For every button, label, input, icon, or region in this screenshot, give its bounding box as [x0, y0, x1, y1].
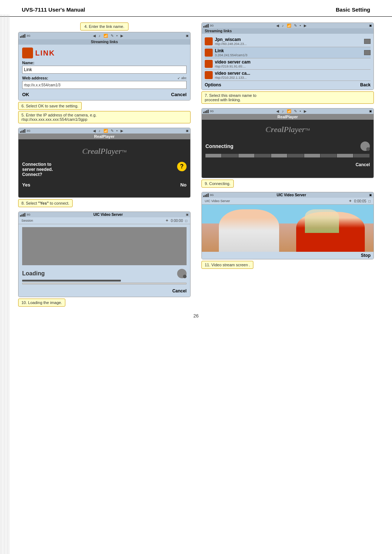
back-icon: ◀	[93, 34, 96, 38]
signal-bars-2	[20, 129, 25, 133]
page-number: 26	[0, 313, 392, 319]
session-sub: Session	[21, 219, 33, 222]
connecting-label: Connecting	[205, 143, 233, 149]
session-sub-right: UIC Video Server	[205, 199, 230, 203]
phone-header-r2: 3G ◀ ♪ 📶 ✎ • ▶ ▣	[202, 108, 373, 114]
connect-line1: Connection to	[22, 162, 53, 167]
item-name-4: video server ca...	[215, 71, 371, 76]
wifi-icon: 📶	[103, 34, 108, 38]
item-icon-3	[205, 60, 213, 68]
item-url-1: rtsp://60.248.204.23...	[215, 42, 362, 46]
name-input[interactable]: Link	[22, 66, 187, 74]
bar2	[21, 36, 23, 38]
list-item-selected[interactable]: Link 3.204.241:554/cam1/3	[205, 47, 371, 58]
session-bar-right: UIC Video Server ✦ 0:00:05 □	[202, 198, 373, 205]
list-item[interactable]: Jpn_wiscam rtsp://60.248.204.23...	[205, 36, 371, 47]
right-column: 3G ◀ ♪ 📶 ✎ • ▶ ▣ Streaming links Jpn_wis	[201, 22, 374, 307]
bar3-3	[23, 214, 24, 217]
manual-title: UVS-7111 User's Manual	[22, 7, 85, 13]
signal-bars	[20, 34, 25, 38]
no-button[interactable]: No	[180, 182, 187, 188]
bar3-r2	[206, 110, 207, 113]
stripe7	[304, 154, 320, 157]
bar1-3	[20, 215, 21, 217]
item-text-2: Link 3.204.241:554/cam1/3	[215, 48, 362, 57]
network-label-3: 3G	[26, 213, 30, 216]
session-timer: 0:00:00	[171, 219, 183, 223]
item-name-1: Jpn_wiscam	[215, 37, 362, 42]
step6-callout: 6. Select OK to save the setting.	[18, 102, 82, 110]
realplayer-screen-1: C real Player TM Connection to server ne…	[19, 139, 190, 197]
session-icon1: ✦	[165, 218, 169, 223]
stripe2	[222, 154, 238, 157]
bar1-r2	[203, 112, 204, 113]
options-button[interactable]: Options	[205, 82, 221, 87]
bar1	[20, 36, 21, 38]
video-phone: 3G UIC Video Server ▣ UIC Video Server ✦…	[201, 192, 374, 259]
stripe9	[337, 154, 353, 157]
loading-progress-fill	[22, 280, 121, 282]
forward-icon-r2: ▶	[304, 109, 307, 113]
phone-header-1: 3G ◀ ♪ 📶 ✎ • ▶ ▣	[19, 32, 190, 39]
list-item-3[interactable]: video server cam rtsp://219.91.91.65:...	[205, 58, 371, 70]
stripe3	[238, 154, 254, 157]
bar2-3	[21, 214, 23, 217]
step9-callout: 9. Connecting.	[201, 180, 234, 188]
cancel-button-1[interactable]: Cancel	[171, 92, 187, 97]
bar4-r1	[208, 24, 209, 28]
item-thumb-1	[364, 39, 371, 44]
streaming-links-title-1: Streaming links	[19, 39, 190, 45]
network-r2: 3G	[210, 110, 214, 113]
cancel-button-loading[interactable]: Cancel	[172, 288, 187, 294]
edit-icon-2: ✎	[111, 129, 114, 133]
bar2-r2	[205, 111, 206, 113]
web-address-row: Web address: ↙ abc	[22, 76, 187, 80]
loading-phone: 3G UIC Video Server ▣ Session ✦ 0:00:00 …	[18, 212, 191, 297]
play-icon-2: ♪	[99, 129, 101, 133]
toolbar-1: ◀ ♪ 📶 ✎ • ▶	[32, 33, 185, 38]
session-controls: ✦ 0:00:00 □	[165, 218, 187, 223]
connecting-spin	[360, 141, 370, 151]
battery-r2: ▣	[369, 110, 372, 113]
back-icon-2: ◀	[93, 129, 96, 133]
stop-button[interactable]: Stop	[361, 253, 371, 258]
bar4	[24, 34, 25, 38]
signal-bars-r1	[203, 24, 209, 28]
signal-bars-r3	[203, 193, 209, 197]
bar4-2	[24, 129, 25, 133]
connecting-row: Connecting	[205, 141, 370, 151]
name-label: Name:	[22, 61, 187, 65]
dot-icon: •	[117, 34, 118, 38]
item-text-3: video server cam rtsp://219.91.91.65:...	[215, 59, 371, 68]
list-item-4[interactable]: video server ca... rtsp://210.202.1.133.…	[205, 70, 371, 81]
session-icon1-r: ✦	[348, 198, 352, 204]
loading-gray-area	[22, 227, 187, 265]
edit-icon: ✎	[111, 34, 114, 38]
video-content: Stop	[202, 205, 373, 259]
forward-icon: ▶	[121, 34, 123, 38]
video-area	[202, 205, 373, 252]
realplayer-connect-phone: 3G ◀ ♪ 📶 ✎ • ▶ ▣ RealPlayer C real Pl	[18, 128, 191, 198]
loading-bottom: Loading	[22, 269, 187, 278]
yes-button[interactable]: Yes	[22, 182, 30, 188]
options-back-row: Options Back	[205, 82, 371, 87]
ok-button[interactable]: OK	[22, 92, 29, 97]
stripe4	[255, 154, 271, 157]
edit-icon-r2: ✎	[294, 109, 297, 113]
bar1-r3	[203, 196, 204, 197]
connect-text-block: Connection to server needed. Connect?	[22, 162, 53, 177]
back-button[interactable]: Back	[360, 82, 371, 87]
bar4-3	[24, 213, 25, 217]
back-icon-r2: ◀	[276, 109, 279, 113]
bar2-r3	[205, 195, 206, 197]
session-title-left: UIC Video Server	[32, 213, 185, 217]
cancel-button-connecting[interactable]: Cancel	[356, 162, 370, 167]
link-form-phone: 3G ◀ ♪ 📶 ✎ • ▶ ▣ Streaming links LINK	[18, 32, 191, 100]
url-input[interactable]: rtsp://x.x.x:554/cam1/3	[22, 81, 187, 89]
progress-stripes	[205, 154, 370, 157]
item-icon-4	[205, 71, 213, 79]
item-text-1: Jpn_wiscam rtsp://60.248.204.23...	[215, 37, 362, 46]
bar4-r2	[208, 110, 209, 113]
item-url-4: rtsp://210.202.1.133...	[215, 76, 371, 79]
bar3-r3	[206, 194, 207, 197]
